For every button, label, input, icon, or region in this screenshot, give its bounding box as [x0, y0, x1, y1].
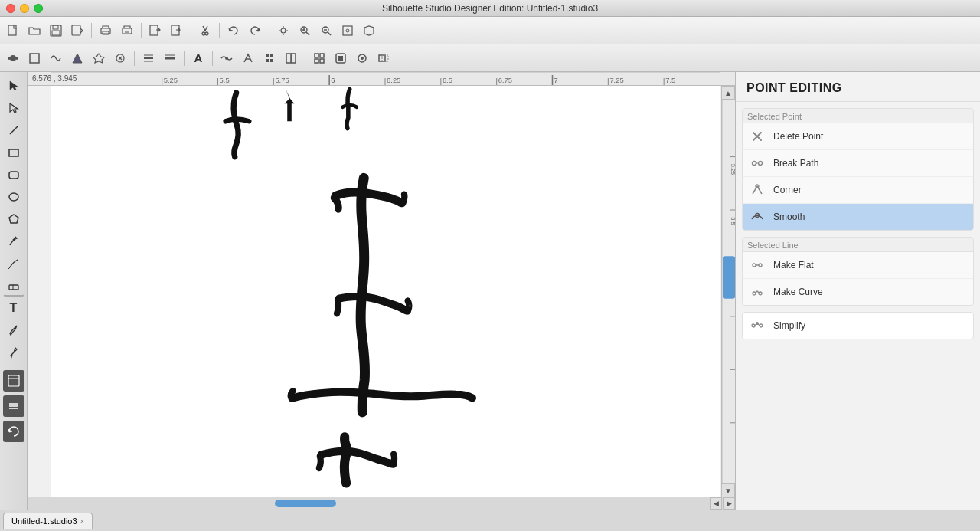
t2-btn10[interactable] [238, 48, 258, 68]
horizontal-scrollbar[interactable]: ◀ ▶ [28, 497, 735, 510]
cut-button[interactable] [195, 21, 215, 41]
panel3-button[interactable] [3, 421, 24, 442]
scroll-left-button[interactable]: ◀ [710, 497, 722, 510]
zoom-out-button[interactable] [316, 21, 336, 41]
t2-btn9[interactable] [217, 48, 237, 68]
scroll-up-button[interactable]: ▲ [721, 86, 735, 100]
svg-rect-37 [270, 59, 273, 62]
svg-rect-58 [8, 375, 19, 386]
t2-btn13[interactable] [309, 48, 329, 68]
redo-button[interactable] [245, 21, 265, 41]
t2-sep2 [184, 51, 185, 66]
selected-line-section: Selected Line Make Flat [742, 237, 974, 306]
document-tab[interactable]: Untitled-1.studio3 × [3, 513, 93, 529]
new-button[interactable] [3, 21, 23, 41]
direct-select-tool[interactable] [3, 97, 24, 119]
t2-btn1[interactable] [3, 48, 23, 68]
eraser-tool[interactable] [3, 275, 24, 297]
svg-text:7.5: 7.5 [665, 77, 675, 84]
smooth-icon [749, 208, 766, 225]
main-character [291, 178, 472, 412]
minimize-button[interactable] [20, 4, 29, 13]
svg-line-17 [328, 32, 331, 35]
pan-button[interactable] [273, 21, 293, 41]
t2-btn2[interactable] [24, 48, 44, 68]
rounded-rect-tool[interactable] [3, 164, 24, 185]
eyedropper-tool[interactable] [3, 342, 24, 363]
ellipse-tool[interactable] [3, 186, 24, 208]
svg-rect-2 [53, 25, 58, 29]
make-flat-button[interactable]: Make Flat [743, 252, 973, 279]
t2-btn7[interactable] [139, 48, 158, 68]
line-tool[interactable] [3, 120, 24, 141]
svg-rect-41 [320, 54, 324, 57]
scroll-arrows-horizontal[interactable]: ◀ ▶ [710, 497, 735, 510]
save-as-button[interactable] [67, 21, 87, 41]
t2-btn4[interactable] [67, 48, 87, 68]
svg-line-50 [10, 126, 18, 134]
zoom-fit-button[interactable] [338, 21, 358, 41]
delete-point-button[interactable]: Delete Point [743, 123, 973, 150]
t2-btn8[interactable] [160, 48, 180, 68]
canvas-area: 6.576 , 3.945 5.25 5.5 5.75 6 6.25 6.5 [28, 72, 735, 510]
t2-btn15[interactable] [352, 48, 372, 68]
text-tool[interactable]: T [3, 297, 24, 319]
simplify-icon [749, 317, 766, 334]
pen-tool[interactable] [3, 231, 24, 252]
t2-btn5[interactable] [89, 48, 109, 68]
t2-btn12[interactable] [281, 48, 301, 68]
knife-tool[interactable] [3, 320, 24, 341]
t2-btn3[interactable] [46, 48, 66, 68]
rectangle-tool[interactable] [3, 142, 24, 163]
save-button[interactable] [46, 21, 66, 41]
vertical-scrollbar[interactable]: ▲ ▼ [721, 86, 735, 497]
zoom-prev-button[interactable] [359, 21, 379, 41]
break-path-button[interactable]: Break Path [743, 150, 973, 177]
scroll-right-button[interactable]: ▶ [723, 497, 735, 510]
close-button[interactable] [6, 4, 15, 13]
t2-btn14[interactable] [331, 48, 351, 68]
svg-rect-40 [315, 54, 318, 57]
main-layout: T 6.576 , 3.945 5.25 [0, 72, 980, 510]
undo-button[interactable] [224, 21, 243, 41]
open-button[interactable] [24, 21, 44, 41]
panel2-button[interactable] [3, 395, 24, 417]
t2-text[interactable]: A [188, 48, 208, 68]
toolbar-sep-4 [219, 23, 220, 38]
zoom-in-button[interactable] [295, 21, 315, 41]
svg-point-107 [759, 292, 762, 295]
pencil-tool[interactable] [3, 253, 24, 274]
t2-btn16[interactable] [374, 48, 394, 68]
smooth-button[interactable]: Smooth [743, 204, 973, 230]
canvas[interactable]: 3.25 3.5 ▲ ▼ [28, 86, 735, 497]
print2-button[interactable] [117, 21, 137, 41]
print-button[interactable] [96, 21, 116, 41]
t2-sep1 [134, 51, 135, 66]
t2-btn11[interactable] [260, 48, 279, 68]
svg-rect-56 [9, 285, 18, 290]
ruler-svg: 5.25 5.5 5.75 6 6.25 6.5 6.75 7 7.25 7.5 [51, 72, 720, 86]
t2-btn6[interactable] [110, 48, 130, 68]
maximize-button[interactable] [34, 4, 43, 13]
panel-title: POINT EDITING [736, 72, 980, 102]
scroll-down-button[interactable]: ▼ [721, 483, 735, 497]
svg-point-21 [8, 57, 11, 60]
svg-rect-38 [286, 54, 291, 63]
make-curve-button[interactable]: Make Curve [743, 279, 973, 305]
import-button[interactable] [145, 21, 165, 41]
toolbar-sep-3 [191, 23, 191, 38]
corner-button[interactable]: Corner [743, 177, 973, 204]
artwork-svg [51, 86, 720, 497]
svg-rect-43 [320, 59, 324, 63]
simplify-button[interactable]: Simplify [742, 312, 974, 339]
window-title: Silhouette Studio Designer Edition: Unti… [382, 3, 598, 14]
polygon-tool[interactable] [3, 208, 24, 230]
tab-close-button[interactable]: × [80, 517, 85, 526]
export-button[interactable] [167, 21, 187, 41]
scroll-thumb[interactable] [275, 500, 336, 507]
panel1-button[interactable] [3, 370, 24, 392]
t2-sep4 [305, 51, 305, 66]
corner-icon [749, 182, 766, 198]
window-controls[interactable] [6, 4, 43, 13]
select-tool[interactable] [3, 75, 24, 97]
